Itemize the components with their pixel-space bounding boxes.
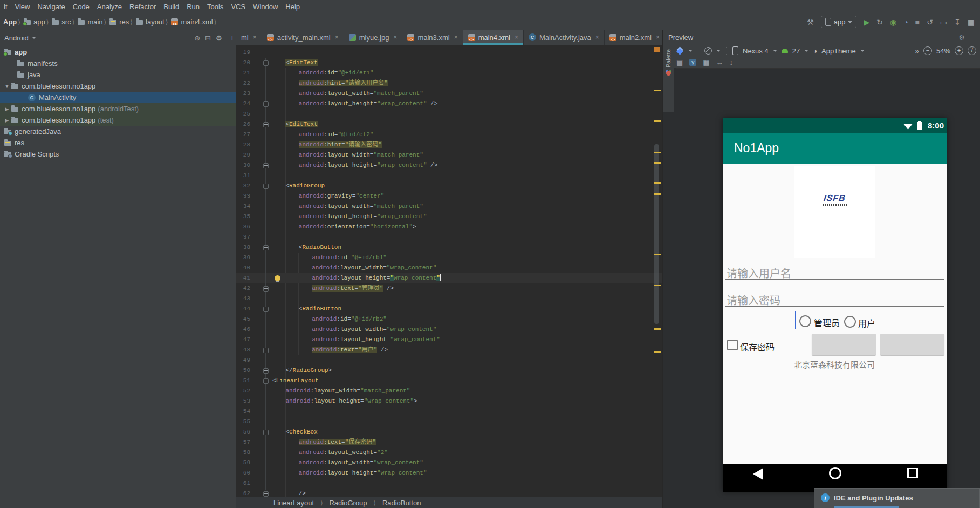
tab-main3-xml[interactable]: main3.xml× [402, 30, 463, 45]
menu-item-vcs[interactable]: VCS [227, 0, 249, 14]
warning-stripe-mark[interactable] [654, 285, 661, 286]
scrollbar-thumb[interactable] [654, 144, 659, 324]
api-level-selector[interactable]: 27 [792, 47, 800, 55]
palette-tab[interactable]: Palette [663, 45, 674, 112]
warning-stripe-mark[interactable] [654, 254, 661, 255]
sync-icon[interactable]: ↺ [927, 16, 933, 28]
close-icon[interactable]: × [253, 33, 257, 41]
stop-icon[interactable]: ■ [915, 16, 920, 28]
fold-end-icon[interactable] [263, 286, 269, 292]
tab-main2-xml[interactable]: main2.xml× [605, 30, 665, 45]
menu-item-analyze[interactable]: Analyze [93, 0, 126, 14]
menu-item-refactor[interactable]: Refactor [126, 0, 160, 14]
device-selector[interactable]: Nexus 4 [743, 47, 769, 55]
username-field[interactable]: 请输入用户名 [727, 265, 791, 281]
show-list-icon[interactable]: ▤ [676, 58, 683, 66]
fold-end-icon[interactable] [263, 368, 269, 374]
project-row-manifests[interactable]: manifests [0, 58, 236, 69]
preview-settings-gear-icon[interactable]: ⚙ [958, 33, 965, 42]
build-hammer-icon[interactable]: ⚒ [807, 16, 814, 28]
xml-breadcrumb-linearlayout[interactable]: LinearLayout [273, 499, 314, 507]
save-password-checkbox[interactable] [727, 340, 738, 350]
radio-user[interactable] [844, 316, 856, 328]
fold-start-icon[interactable] [263, 378, 269, 384]
code-editor[interactable]: 1920<EditText21android:id="@+id/et1"22an… [236, 45, 662, 497]
project-row-app[interactable]: app [0, 46, 236, 58]
breadcrumb-project[interactable]: App [3, 18, 17, 26]
zoom-out-icon[interactable]: − [923, 46, 932, 55]
profiler-icon[interactable]: ◔ [903, 16, 908, 28]
menu-item-navigate[interactable]: Navigate [33, 0, 68, 14]
run-icon[interactable]: ▶ [864, 16, 869, 28]
orientation-icon[interactable] [704, 47, 712, 55]
project-row-res[interactable]: res [0, 137, 236, 148]
project-row-com-bluelesson-no1app[interactable]: ▶com.bluelesson.no1app(androidTest) [0, 103, 236, 114]
chevron-down-icon[interactable] [688, 50, 693, 52]
warning-stripe-mark[interactable] [654, 182, 661, 184]
fold-start-icon[interactable] [263, 430, 269, 435]
device-manager-icon[interactable]: ▭ [940, 16, 947, 28]
zoom-fit-icon[interactable]: / [968, 46, 976, 55]
debug-icon[interactable]: ◉ [890, 16, 896, 28]
project-row-generatedjava[interactable]: generatedJava [0, 126, 236, 137]
fold-end-icon[interactable] [263, 163, 269, 168]
design-mode-icon[interactable] [676, 48, 684, 54]
zoom-in-icon[interactable]: + [955, 46, 963, 55]
run-configuration-selector[interactable]: app [821, 16, 857, 28]
hide-panel-icon[interactable]: ⊣ [227, 34, 233, 42]
xml-breadcrumb-radiogroup[interactable]: RadioGroup [329, 499, 367, 507]
tab-activity-main-xml[interactable]: activity_main.xml× [262, 30, 344, 45]
warning-stripe-mark[interactable] [654, 193, 661, 195]
breadcrumb-layout[interactable]: layout [136, 18, 165, 26]
collapsed-arrow-icon[interactable]: ▶ [4, 118, 10, 123]
fold-end-icon[interactable] [263, 348, 269, 353]
intention-bulb-icon[interactable] [275, 275, 280, 281]
warning-stripe-mark[interactable] [654, 152, 661, 153]
button-1[interactable] [812, 334, 876, 355]
close-icon[interactable]: × [515, 33, 518, 41]
menu-item-run[interactable]: Run [183, 0, 203, 14]
chevron-down-icon[interactable] [716, 50, 721, 52]
menu-item-window[interactable]: Window [249, 0, 282, 14]
close-icon[interactable]: × [595, 33, 599, 41]
project-row-java[interactable]: java [0, 69, 236, 80]
resize-horizontal-icon[interactable]: ↔ [716, 58, 723, 66]
button-2[interactable] [880, 334, 944, 355]
chevron-down-icon[interactable] [804, 50, 808, 52]
breadcrumb-res[interactable]: res [109, 18, 129, 26]
fold-start-icon[interactable] [263, 60, 269, 66]
fold-end-icon[interactable] [263, 101, 269, 107]
breadcrumb-src[interactable]: src [52, 18, 71, 26]
apply-changes-icon[interactable]: ↻ [876, 16, 883, 28]
breadcrumb-main[interactable]: main [78, 18, 102, 26]
phone-preview[interactable]: 8:00 No1App ISFB 请输入用户名 请输入密码 管理员 用户 保存密… [723, 118, 947, 492]
fold-start-icon[interactable] [263, 245, 269, 250]
menu-item-help[interactable]: Help [282, 0, 304, 14]
sdk-manager-icon[interactable]: ↧ [954, 16, 961, 28]
project-row-com-bluelesson-no1app[interactable]: ▶com.bluelesson.no1app(test) [0, 114, 236, 126]
chevron-down-icon[interactable] [860, 50, 865, 52]
variant-icon[interactable]: y [689, 59, 696, 66]
warning-stripe-mark[interactable] [654, 90, 661, 91]
theme-selector[interactable]: AppTheme [821, 47, 856, 55]
password-field[interactable]: 请输入密码 [727, 292, 780, 308]
fold-start-icon[interactable] [263, 122, 269, 127]
settings-gear-icon[interactable]: ⚙ [216, 34, 222, 42]
collapsed-arrow-icon[interactable]: ▶ [4, 106, 10, 112]
xml-breadcrumb-radiobutton[interactable]: RadioButton [382, 499, 421, 507]
project-row-gradle-scripts[interactable]: Gradle Scripts [0, 148, 236, 160]
close-icon[interactable]: × [393, 33, 397, 41]
menu-item-code[interactable]: Code [69, 0, 93, 14]
warning-stripe-mark[interactable] [654, 162, 661, 164]
breadcrumb-app[interactable]: app [24, 18, 45, 26]
tab-main4-xml[interactable]: main4.xml× [463, 30, 524, 45]
menu-item-build[interactable]: Build [160, 0, 183, 14]
tab-mainactivity-java[interactable]: MainActivity.java× [524, 30, 605, 45]
toolbar-overflow-icon[interactable]: » [915, 47, 919, 55]
project-row-mainactivity[interactable]: MainActivity [0, 92, 236, 103]
layout-inspector-icon[interactable]: ▦ [968, 16, 975, 28]
logo-image[interactable]: ISFB [794, 166, 875, 258]
menu-item-it[interactable]: it [0, 0, 11, 14]
warning-stripe-mark[interactable] [654, 120, 661, 122]
editor-scrollbar[interactable] [653, 45, 662, 497]
